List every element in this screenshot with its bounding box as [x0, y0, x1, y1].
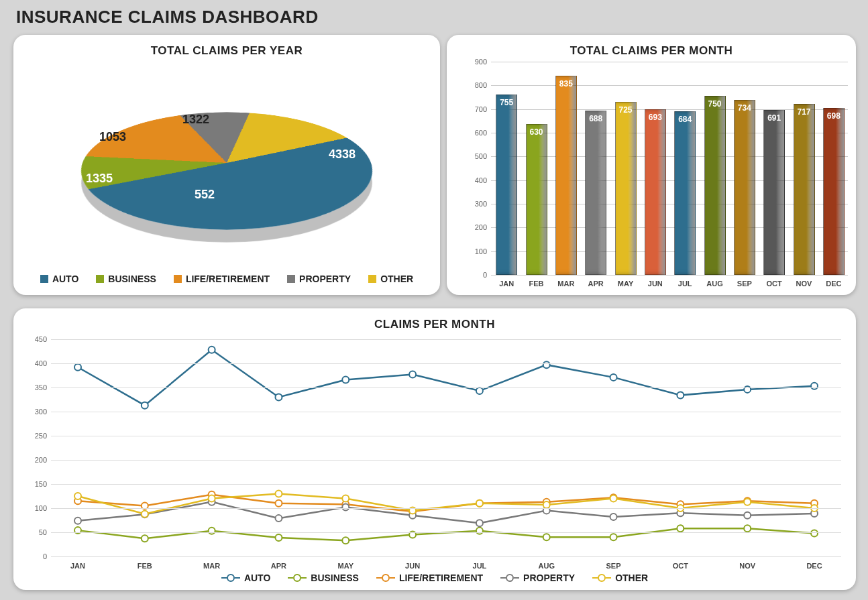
line-chart-title: CLAIMS PER MONTH: [13, 318, 856, 331]
legend-label: LIFE/RETIREMENT: [186, 274, 270, 284]
bar-y-tick: 300: [464, 200, 487, 208]
bar-value-label: 717: [794, 107, 814, 117]
line-x-tick: FEB: [138, 562, 152, 570]
pie-legend: AUTOBUSINESSLIFE/RETIREMENTPROPERTYOTHER: [13, 274, 440, 284]
series-point-auto: [543, 361, 550, 368]
legend-label: AUTO: [52, 274, 78, 284]
bar-aug: 750AUG: [704, 96, 726, 275]
bar-value-label: 684: [675, 115, 695, 124]
legend-label: AUTO: [244, 573, 270, 583]
bar-y-tick: 800: [464, 81, 487, 89]
series-point-property: [744, 512, 751, 519]
bar-category-label: JUL: [675, 280, 695, 288]
series-point-other: [610, 495, 617, 502]
bar-jan: 755JAN: [496, 95, 517, 275]
bar-jun: 693JUN: [645, 109, 666, 275]
series-point-property: [275, 515, 282, 522]
bar-category-label: NOV: [794, 280, 814, 288]
pie-slice-label-auto: 4338: [329, 147, 356, 162]
bar-y-tick: 600: [464, 129, 487, 137]
bar-may: 725MAY: [615, 102, 637, 275]
line-x-tick: DEC: [806, 562, 822, 570]
line-x-tick: SEP: [606, 562, 621, 570]
bar-feb: 630FEB: [526, 124, 547, 275]
legend-marker-icon: [376, 574, 395, 582]
bar-category-label: JAN: [496, 280, 517, 288]
line-chart-panel: CLAIMS PER MONTH 05010015020025030035040…: [13, 308, 856, 590]
line-y-tick: 450: [27, 335, 47, 343]
legend-label: BUSINESS: [108, 274, 156, 284]
bar-value-label: 630: [527, 127, 547, 137]
series-point-other: [476, 500, 483, 507]
legend-item-auto: AUTO: [40, 274, 78, 284]
bar-chart-title: TOTAL CLAIMS PER MONTH: [447, 44, 856, 58]
bar-category-label: APR: [586, 280, 606, 288]
bar-value-label: 750: [705, 99, 725, 109]
legend-item-business: BUSINESS: [288, 573, 359, 583]
bar-value-label: 698: [824, 111, 844, 121]
legend-label: OTHER: [380, 274, 413, 284]
bar-category-label: FEB: [527, 280, 547, 288]
bar-value-label: 835: [556, 79, 576, 88]
pie-slice-label-business: 552: [195, 188, 215, 202]
bar-y-tick: 100: [464, 247, 487, 255]
bar-value-label: 734: [735, 103, 755, 113]
legend-item-property: PROPERTY: [500, 573, 575, 583]
series-point-auto: [142, 402, 148, 409]
legend-label: PROPERTY: [299, 274, 351, 284]
legend-swatch-icon: [96, 275, 104, 283]
series-point-other: [275, 490, 282, 497]
bar-dec: 698DEC: [823, 108, 845, 275]
line-x-tick: APR: [271, 562, 286, 570]
pie-chart-panel: TOTAL CLAIMS PER YEAR 433855213351053132…: [13, 35, 440, 295]
bar-chart-panel: TOTAL CLAIMS PER MONTH 01002003004005006…: [447, 35, 856, 295]
series-point-business: [209, 528, 215, 534]
line-y-tick: 150: [27, 480, 47, 488]
legend-marker-icon: [221, 574, 240, 582]
legend-item-life: LIFE/RETIREMENT: [174, 274, 270, 284]
series-point-business: [543, 534, 550, 540]
bar-chart: 0100200300400500600700800900755JAN630FEB…: [491, 62, 848, 275]
series-point-other: [209, 495, 215, 502]
series-point-auto: [275, 394, 282, 400]
legend-marker-icon: [500, 574, 519, 582]
series-point-property: [342, 504, 349, 511]
line-x-tick: JUL: [473, 562, 487, 570]
legend-marker-icon: [592, 574, 611, 582]
series-point-other: [74, 493, 81, 499]
legend-item-business: BUSINESS: [96, 274, 156, 284]
series-point-auto: [74, 364, 81, 371]
series-point-business: [142, 535, 148, 542]
legend-label: OTHER: [615, 573, 648, 583]
series-point-other: [744, 499, 751, 505]
line-y-tick: 350: [27, 383, 47, 392]
line-x-tick: NOV: [739, 562, 755, 570]
series-point-property: [476, 520, 483, 526]
series-point-business: [342, 537, 349, 544]
bar-value-label: 688: [586, 114, 606, 123]
bar-category-label: SEP: [735, 280, 755, 288]
legend-item-other: OTHER: [592, 573, 648, 583]
line-y-tick: 100: [27, 504, 47, 512]
line-legend: AUTOBUSINESSLIFE/RETIREMENTPROPERTYOTHER: [13, 573, 856, 583]
pie-slice-label-life: 1335: [86, 172, 113, 186]
bar-value-label: 693: [645, 113, 665, 122]
legend-label: BUSINESS: [311, 573, 359, 583]
bar-category-label: AUG: [705, 280, 725, 288]
bar-value-label: 725: [616, 105, 636, 115]
line-x-tick: JUN: [405, 562, 420, 570]
series-point-business: [610, 534, 617, 540]
line-x-tick: MAY: [338, 562, 354, 570]
series-point-business: [744, 525, 751, 532]
line-x-tick: AUG: [538, 562, 554, 570]
series-point-property: [74, 518, 81, 524]
bar-nov: 717NOV: [794, 104, 815, 275]
line-y-tick: 400: [27, 359, 47, 367]
pie-slice-label-other: 1322: [182, 113, 209, 127]
line-x-tick: OCT: [673, 562, 688, 570]
bar-y-tick: 0: [464, 271, 487, 279]
bar-category-label: JUN: [645, 280, 665, 288]
pie-slice-label-property: 1053: [99, 130, 126, 144]
series-point-other: [142, 511, 148, 518]
bar-y-tick: 500: [464, 152, 487, 160]
